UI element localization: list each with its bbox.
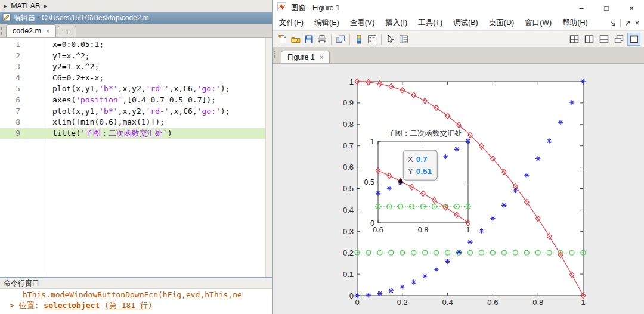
legend-icon[interactable] <box>366 33 379 46</box>
property-editor-icon[interactable] <box>397 33 410 46</box>
code-line-4[interactable]: 4C6=0.2+x-x; <box>0 73 265 84</box>
code-line-8[interactable]: 8xlim([min(0.6),max(1)]); <box>0 117 265 128</box>
editor-tabbar: code2.m × + <box>0 24 272 38</box>
code-line-1[interactable]: 1x=0:0.05:1; <box>0 39 265 51</box>
menu-item-桌面D[interactable]: 桌面(D) <box>484 15 519 31</box>
save-icon[interactable] <box>302 33 315 46</box>
code-line-5[interactable]: 5plot(x,y1,'b*',x,y2,'rd-',x,C6,'go:'); <box>0 83 265 95</box>
colorbar-icon[interactable] <box>352 33 366 46</box>
inset-axes[interactable]: 0.60.8100.51子图：二次函数交汇处X0.7Y0.51 <box>364 129 471 234</box>
svg-text:1: 1 <box>370 138 374 146</box>
figure-titlebar[interactable]: 图窗 - Figure 1 – □ × <box>273 0 644 15</box>
tab-figure1[interactable]: Figure 1 × <box>281 51 330 63</box>
breadcrumb[interactable]: ▶ MATLAB ▶ <box>0 0 272 12</box>
code-text: xlim([min(0.6),max(1)]); <box>52 117 165 128</box>
matlab-figure-icon <box>277 2 286 14</box>
breadcrumb-label[interactable]: MATLAB <box>11 2 40 10</box>
tab-close-icon[interactable]: × <box>46 27 49 35</box>
breadcrumb-arrow-icon: ▶ <box>4 4 7 9</box>
code-line-6[interactable]: 6axes('position',[0.4 0.7 0.5 0.7]); <box>0 95 265 106</box>
editor-titlebar[interactable]: 编辑器 - C:\Users\15076\Desktop\code2.m <box>0 12 272 24</box>
menu-item-调试B[interactable]: 调试(B) <box>448 15 484 31</box>
menu-item-插入I[interactable]: 插入(I) <box>380 15 413 31</box>
line-number: 5 <box>0 83 20 95</box>
tabbar-grip[interactable] <box>1 27 4 35</box>
line-ref-link[interactable]: (第 181 行) <box>104 301 153 310</box>
line-number: 9 <box>0 128 20 139</box>
matlab-desktop-panel: ▶ MATLAB ▶ 编辑器 - C:\Users\15076\Desktop\… <box>0 0 272 314</box>
tab-code2m[interactable]: code2.m × <box>6 24 56 37</box>
menu-item-文件F[interactable]: 文件(F) <box>274 15 309 31</box>
tile-columns-icon[interactable] <box>583 33 596 46</box>
code-line-2[interactable]: 2y1=x.^2; <box>0 51 265 62</box>
svg-text:Y: Y <box>408 167 413 176</box>
tab-close-icon[interactable]: × <box>320 54 323 61</box>
single-window-icon[interactable] <box>627 33 640 46</box>
line-number: 8 <box>0 117 20 128</box>
open-file-icon[interactable] <box>289 33 302 46</box>
print-icon[interactable] <box>315 33 329 46</box>
svg-text:0.3: 0.3 <box>343 227 354 236</box>
command-window-header[interactable]: 命令行窗口 <box>0 278 272 289</box>
menu-item-工具T[interactable]: 工具(T) <box>413 15 448 31</box>
code-line-9[interactable]: 9title('子图：二次函数交汇处') <box>0 128 265 139</box>
command-error-location-line: > 位置: selectobject (第 181 行) <box>0 300 272 311</box>
code-line-7[interactable]: 7plot(x,y1,'b*',x,y2,'rd-',x,C6,'go:'); <box>0 106 265 117</box>
line-number: 6 <box>0 95 20 106</box>
menu-separator <box>620 19 621 27</box>
toolbar-separator <box>349 34 350 45</box>
figure-canvas[interactable]: 00.20.40.60.8100.10.20.30.40.50.60.70.80… <box>273 64 644 314</box>
plot-svg[interactable]: 00.20.40.60.8100.10.20.30.40.50.60.70.80… <box>273 64 644 314</box>
svg-text:0.2: 0.2 <box>397 298 408 307</box>
tab-code2m-label[interactable]: code2.m <box>13 27 41 35</box>
toolbar-separator <box>381 34 382 45</box>
tile-grid-icon[interactable] <box>568 33 581 46</box>
command-window-title: 命令行窗口 <box>4 278 39 288</box>
window-controls: – □ × <box>569 0 644 15</box>
svg-text:X: X <box>408 155 413 164</box>
editor-scrollbar[interactable] <box>265 38 272 277</box>
svg-text:0.8: 0.8 <box>418 226 428 234</box>
link-figure-icon[interactable] <box>334 33 347 46</box>
tab-figure1-label[interactable]: Figure 1 <box>287 53 315 61</box>
edit-plot-cursor-icon[interactable] <box>384 33 397 46</box>
menu-item-窗口W[interactable]: 窗口(W) <box>519 15 557 31</box>
svg-text:0.5: 0.5 <box>364 178 374 186</box>
svg-text:0.6: 0.6 <box>343 163 354 172</box>
code-editor[interactable]: 1x=0:0.05:1;2y1=x.^2;3y2=1-x.^2;4C6=0.2+… <box>0 38 272 277</box>
svg-text:0.5: 0.5 <box>343 184 354 193</box>
tile-rows-icon[interactable] <box>597 33 611 46</box>
close-button[interactable]: × <box>619 0 644 15</box>
menu-item-查看V[interactable]: 查看(V) <box>345 15 380 31</box>
menu-item-编辑E[interactable]: 编辑(E) <box>309 15 345 31</box>
svg-text:0.2: 0.2 <box>343 248 354 257</box>
prompt: > <box>10 301 14 310</box>
menubar-close-icon[interactable]: × <box>635 19 639 27</box>
toolbar-separator <box>331 34 332 45</box>
code-line-3[interactable]: 3y2=1-x.^2; <box>0 61 265 73</box>
maximize-button[interactable]: □ <box>594 0 619 15</box>
figure-tabbar: Figure 1 × <box>273 48 644 64</box>
selectobject-link[interactable]: selectobject <box>44 301 100 310</box>
cascade-windows-icon[interactable] <box>612 33 626 46</box>
menu-item-帮助H[interactable]: 帮助(H) <box>557 15 593 31</box>
tabbar-grip[interactable] <box>274 51 276 58</box>
datatip[interactable]: X0.7Y0.51 <box>399 150 439 183</box>
svg-text:0.8: 0.8 <box>343 120 354 129</box>
figure-window: 图窗 - Figure 1 – □ × 文件(F)编辑(E)查看(V)插入(I)… <box>272 0 644 314</box>
inset-title: 子图：二次函数交汇处 <box>388 129 462 138</box>
minimize-button[interactable]: – <box>569 0 594 15</box>
location-label: 位置: <box>19 301 39 310</box>
undock-arrow-icon[interactable]: ↗ <box>625 19 631 27</box>
new-tab-button[interactable]: + <box>58 26 76 37</box>
line-number: 7 <box>0 106 20 117</box>
line-number: 1 <box>0 39 20 51</box>
new-file-icon[interactable] <box>276 33 289 46</box>
svg-text:0.9: 0.9 <box>343 98 354 107</box>
svg-text:0.8: 0.8 <box>532 298 543 307</box>
editor-pencil-icon <box>2 13 11 23</box>
dock-arrow-icon[interactable]: ↘ <box>610 19 616 27</box>
code-text: title('子图：二次函数交汇处') <box>52 128 172 139</box>
line-number: 4 <box>0 73 20 84</box>
command-window[interactable]: hThis.modeWindowButtonDownFcn(hFig,evd,h… <box>0 289 272 313</box>
